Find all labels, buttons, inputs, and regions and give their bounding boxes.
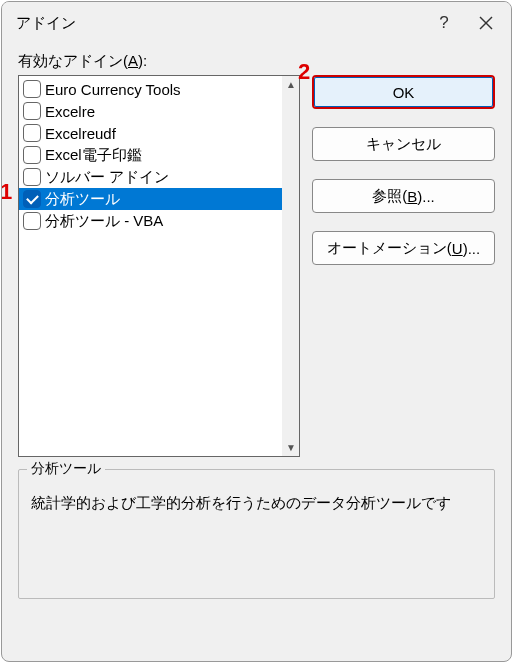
list-item[interactable]: Excelreudf <box>19 122 282 144</box>
checkbox[interactable] <box>23 168 41 186</box>
description-text: 統計学的および工学的分析を行うためのデータ分析ツールです <box>31 494 482 513</box>
help-button[interactable]: ? <box>423 4 465 42</box>
list-item-label: Euro Currency Tools <box>45 81 181 98</box>
scroll-up-icon[interactable]: ▲ <box>283 76 300 93</box>
close-icon <box>479 16 493 30</box>
automation-button[interactable]: オートメーション(U)... <box>312 231 495 265</box>
description-group: 分析ツール 統計学的および工学的分析を行うためのデータ分析ツールです <box>18 469 495 599</box>
available-addins-label: 有効なアドイン(A): <box>18 52 495 71</box>
checkbox[interactable] <box>23 146 41 164</box>
label-prefix: 有効なアドイン( <box>18 52 128 69</box>
button-column: OK キャンセル 参照(B)... オートメーション(U)... <box>312 75 495 265</box>
checkbox[interactable] <box>23 124 41 142</box>
cancel-button[interactable]: キャンセル <box>312 127 495 161</box>
checkbox[interactable] <box>23 190 41 208</box>
list-item[interactable]: Euro Currency Tools <box>19 78 282 100</box>
checkbox[interactable] <box>23 212 41 230</box>
list-item-label: Excelre <box>45 103 95 120</box>
list-item[interactable]: Excel電子印鑑 <box>19 144 282 166</box>
list-inner: Euro Currency ToolsExcelreExcelreudfExce… <box>19 76 282 456</box>
list-item-label: Excel電子印鑑 <box>45 146 142 165</box>
automation-pre: オートメーション( <box>327 239 452 258</box>
scrollbar[interactable]: ▲ ▼ <box>282 76 299 456</box>
list-item[interactable]: ソルバー アドイン <box>19 166 282 188</box>
list-item[interactable]: 分析ツール <box>19 188 282 210</box>
browse-accel: B <box>407 188 417 205</box>
browse-button[interactable]: 参照(B)... <box>312 179 495 213</box>
checkbox[interactable] <box>23 80 41 98</box>
dialog-content: 有効なアドイン(A): Euro Currency ToolsExcelreEx… <box>2 44 511 613</box>
list-item-label: Excelreudf <box>45 125 116 142</box>
main-row: Euro Currency ToolsExcelreExcelreudfExce… <box>18 75 495 457</box>
addins-dialog: 1 2 アドイン ? 有効なアドイン(A): Euro Currency Too… <box>1 1 512 662</box>
addins-listbox[interactable]: Euro Currency ToolsExcelreExcelreudfExce… <box>18 75 300 457</box>
description-legend: 分析ツール <box>27 460 105 478</box>
label-accel: A <box>128 52 138 69</box>
close-button[interactable] <box>465 4 507 42</box>
list-item[interactable]: Excelre <box>19 100 282 122</box>
list-item[interactable]: 分析ツール - VBA <box>19 210 282 232</box>
list-item-label: 分析ツール <box>45 190 120 209</box>
list-item-label: 分析ツール - VBA <box>45 212 163 231</box>
list-item-label: ソルバー アドイン <box>45 168 169 187</box>
label-suffix: ): <box>138 52 147 69</box>
browse-pre: 参照( <box>372 187 407 206</box>
list-wrap: Euro Currency ToolsExcelreExcelreudfExce… <box>18 75 300 457</box>
ok-button[interactable]: OK <box>312 75 495 109</box>
checkbox[interactable] <box>23 102 41 120</box>
titlebar: アドイン ? <box>2 2 511 44</box>
scroll-down-icon[interactable]: ▼ <box>283 439 300 456</box>
automation-post: )... <box>463 240 481 257</box>
dialog-title: アドイン <box>16 14 423 33</box>
browse-post: )... <box>417 188 435 205</box>
automation-accel: U <box>452 240 463 257</box>
